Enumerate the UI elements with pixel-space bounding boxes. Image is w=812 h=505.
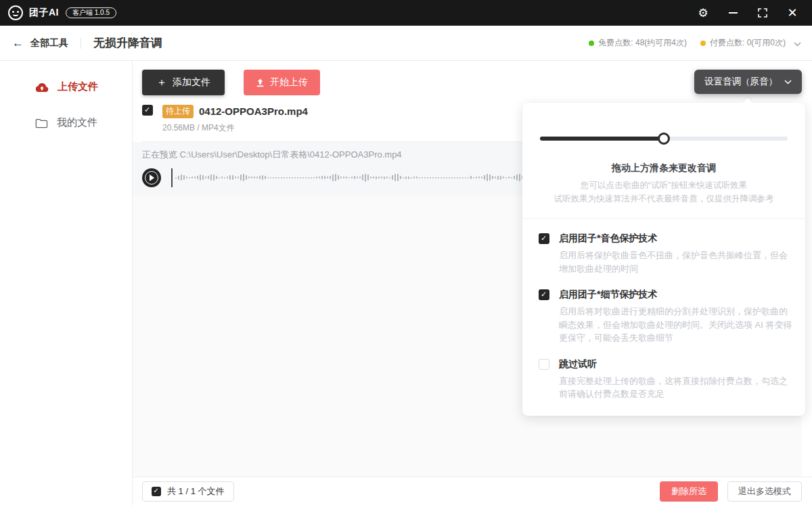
option-desc: 直接完整处理上传的歌曲，这将直接扣除付费点数，勾选之前请确认付费点数是否充足 (559, 375, 794, 401)
back-to-all-tools[interactable]: 全部工具 (30, 37, 68, 49)
titlebar: 团子AI 客户端 1.0.5 ⚙ ✕ (0, 0, 812, 26)
maximize-icon[interactable] (752, 3, 773, 23)
status-badge: 待上传 (162, 105, 194, 118)
free-points-dot-icon (589, 41, 594, 46)
pitch-slider-thumb[interactable] (658, 133, 670, 145)
option-label[interactable]: 启用团子*细节保护技术 (559, 289, 794, 301)
slider-hint-line2: 试听效果为快速算法并不代表最终音质，仅提供升降调参考 (522, 193, 805, 205)
nav-divider (81, 38, 81, 49)
paid-points: 付费点数: 0(可用0次) (700, 37, 786, 49)
file-info: 待上传 0412-OPPOA3Pro.mp4 20.56MB / MP4文件 (162, 105, 308, 134)
free-points-label: 免费点数: 48(约可用4次) (598, 37, 687, 49)
sidebar-item-label: 我的文件 (57, 116, 97, 129)
back-arrow-icon[interactable]: ← (12, 37, 24, 50)
option-label[interactable]: 启用团子*音色保护技术 (559, 233, 794, 245)
cloud-upload-icon (35, 82, 49, 93)
pitch-settings-panel: 拖动上方滑条来更改音调 您可以点击歌曲的“试听”按钮来快速试听效果 试听效果为快… (522, 103, 805, 416)
close-icon[interactable]: ✕ (782, 3, 803, 23)
paid-points-dot-icon (700, 41, 706, 46)
settings-gear-icon[interactable]: ⚙ (693, 3, 713, 23)
select-all-box[interactable]: 共 1 / 1 个文件 (142, 481, 234, 502)
file-meta: 20.56MB / MP4文件 (162, 122, 308, 134)
app-window: 团子AI 客户端 1.0.5 ⚙ ✕ ← 全部工具 无损升降音调 免费点数: 4… (0, 0, 812, 505)
sidebar-item-upload[interactable]: 上传文件 (0, 69, 132, 105)
add-file-button[interactable]: ＋ 添加文件 (142, 70, 225, 95)
file-count-label: 共 1 / 1 个文件 (167, 485, 225, 498)
slider-hint-line1: 您可以点击歌曲的“试听”按钮来快速试听效果 (522, 179, 805, 191)
main-area: ＋ 添加文件 开始上传 设置音调（原音） 待上 (133, 61, 812, 505)
version-badge: 客户端 1.0.5 (66, 7, 116, 18)
panel-notch (743, 98, 752, 107)
slider-hint-title: 拖动上方滑条来更改音调 (522, 162, 805, 174)
option-skip-preview: 跳过试听 直接完整处理上传的歌曲，这将直接扣除付费点数，勾选之前请确认付费点数是… (522, 345, 805, 401)
app-logo-icon (8, 5, 23, 20)
pitch-slider-fill (540, 137, 664, 141)
skip-preview-checkbox[interactable] (539, 359, 549, 370)
upload-icon (256, 78, 265, 87)
paid-points-label: 付费点数: 0(可用0次) (710, 37, 786, 49)
waveform-playhead (171, 168, 173, 187)
toolbar: ＋ 添加文件 开始上传 设置音调（原音） (133, 61, 812, 95)
free-points: 免费点数: 48(约可用4次) (589, 37, 687, 49)
sidebar: 上传文件 我的文件 (0, 61, 133, 505)
plus-icon: ＋ (156, 77, 167, 88)
play-button[interactable] (142, 168, 161, 187)
option-desc: 启用后将对歌曲进行更精细的分割并处理识别，保护歌曲的瞬态效果，但会增加歌曲处理的… (559, 305, 794, 345)
sidebar-item-my-files[interactable]: 我的文件 (0, 105, 132, 141)
option-detail-protection: 启用团子*细节保护技术 启用后将对歌曲进行更精细的分割并处理识别，保护歌曲的瞬态… (522, 275, 805, 345)
pitch-slider[interactable] (540, 133, 788, 145)
option-desc: 启用后将保护歌曲音色不扭曲，保护音色共振峰位置，但会增加歌曲处理的时间 (559, 249, 794, 275)
set-pitch-button[interactable]: 设置音调（原音） (694, 70, 802, 94)
file-name: 0412-OPPOA3Pro.mp4 (199, 105, 308, 117)
app-name: 团子AI (29, 7, 59, 19)
exit-multiselect-button[interactable]: 退出多选模式 (727, 481, 802, 502)
detail-protection-checkbox[interactable] (539, 289, 549, 300)
option-timbre-protection: 启用团子*音色保护技术 启用后将保护歌曲音色不扭曲，保护音色共振峰位置，但会增加… (522, 219, 805, 275)
file-checkbox[interactable] (142, 105, 153, 116)
points-chevron-down-icon[interactable] (794, 37, 801, 49)
delete-selected-button[interactable]: 删除所选 (660, 481, 718, 502)
navbar: ← 全部工具 无损升降音调 免费点数: 48(约可用4次) 付费点数: 0(可用… (0, 26, 812, 61)
select-all-checkbox[interactable] (152, 487, 161, 496)
start-upload-button[interactable]: 开始上传 (244, 70, 320, 95)
folder-icon (35, 118, 48, 128)
option-label[interactable]: 跳过试听 (559, 358, 794, 370)
timbre-protection-checkbox[interactable] (539, 233, 549, 244)
sidebar-item-label: 上传文件 (58, 80, 98, 93)
minimize-icon[interactable] (723, 3, 743, 23)
page-title: 无损升降音调 (93, 35, 162, 51)
footer-bar: 共 1 / 1 个文件 删除所选 退出多选模式 (133, 477, 812, 505)
chevron-down-icon (784, 80, 792, 85)
